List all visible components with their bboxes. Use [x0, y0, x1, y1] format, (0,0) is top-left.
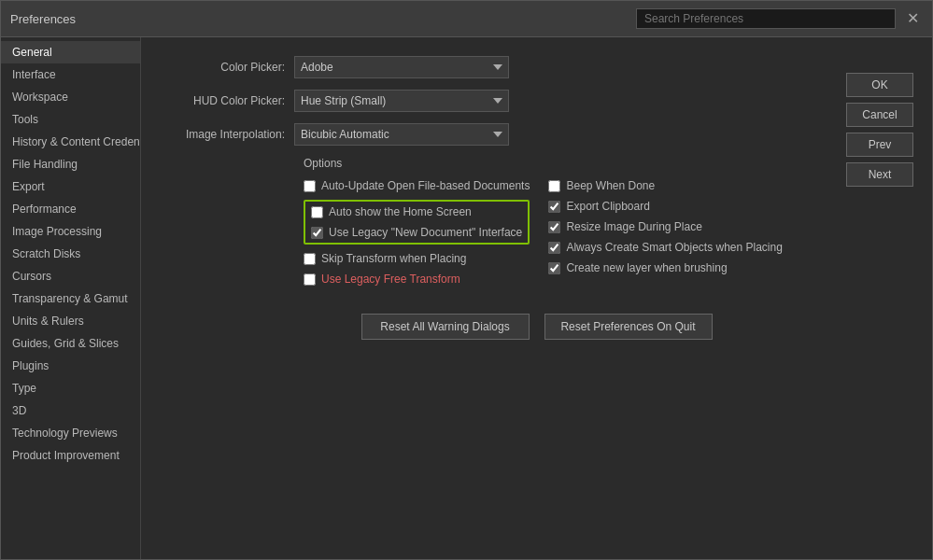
- checkbox-label-auto-update: Auto-Update Open File-based Documents: [321, 179, 530, 192]
- next-button[interactable]: Next: [846, 162, 913, 187]
- titlebar-right: ✕: [636, 8, 923, 29]
- sidebar-item-file-handling[interactable]: File Handling: [1, 153, 140, 175]
- sidebar-item-plugins[interactable]: Plugins: [1, 355, 140, 377]
- checkbox-row-6[interactable]: Beep When Done: [548, 179, 782, 192]
- options-grid: Auto-Update Open File-based Documents Au…: [304, 179, 910, 286]
- checkbox-home-screen[interactable]: [311, 206, 323, 218]
- checkbox-export-clipboard[interactable]: [548, 201, 560, 213]
- hud-color-picker-row: HUD Color Picker: Hue Strip (Small): [163, 90, 910, 112]
- sidebar-item-performance[interactable]: Performance: [1, 198, 140, 220]
- checkbox-row-1[interactable]: Auto-Update Open File-based Documents: [304, 179, 530, 192]
- checkbox-skip-transform[interactable]: [304, 253, 316, 265]
- checkbox-resize-image[interactable]: [548, 221, 560, 233]
- options-section: Options Auto-Update Open File-based Docu…: [163, 157, 910, 286]
- sidebar: GeneralInterfaceWorkspaceToolsHistory & …: [1, 37, 141, 559]
- sidebar-item-workspace[interactable]: Workspace: [1, 86, 140, 108]
- checkbox-auto-update[interactable]: [304, 180, 316, 192]
- checkbox-label-new-layer-brushing: Create new layer when brushing: [566, 261, 727, 274]
- sidebar-item-type[interactable]: Type: [1, 377, 140, 399]
- preferences-window: Preferences ✕ GeneralInterfaceWorkspaceT…: [0, 0, 933, 560]
- checkbox-label-skip-transform: Skip Transform when Placing: [321, 252, 466, 265]
- hud-color-picker-select[interactable]: Hue Strip (Small): [294, 90, 509, 112]
- hud-color-picker-label: HUD Color Picker:: [163, 94, 294, 107]
- highlight-box: Auto show the Home Screen Use Legacy "Ne…: [304, 200, 530, 245]
- checkbox-smart-objects[interactable]: [548, 242, 560, 254]
- checkbox-row-3[interactable]: Use Legacy "New Document" Interface: [311, 226, 522, 239]
- action-buttons: OK Cancel Prev Next: [846, 73, 913, 187]
- close-button[interactable]: ✕: [903, 11, 923, 26]
- sidebar-item-transparency---gamut[interactable]: Transparency & Gamut: [1, 287, 140, 310]
- checkbox-row-8[interactable]: Resize Image During Place: [548, 220, 782, 233]
- checkbox-new-layer-brushing[interactable]: [548, 262, 560, 274]
- checkbox-legacy-free-transform[interactable]: [304, 273, 316, 286]
- sidebar-item-units---rulers[interactable]: Units & Rulers: [1, 310, 140, 332]
- checkbox-label-legacy-new-doc: Use Legacy "New Document" Interface: [329, 226, 522, 239]
- options-col-left: Auto-Update Open File-based Documents Au…: [304, 179, 530, 286]
- reset-warnings-button[interactable]: Reset All Warning Dialogs: [361, 314, 530, 340]
- reset-prefs-button[interactable]: Reset Preferences On Quit: [544, 314, 713, 340]
- checkbox-row-5[interactable]: Use Legacy Free Transform: [304, 273, 530, 286]
- options-title: Options: [304, 157, 910, 170]
- image-interpolation-select[interactable]: Bicubic Automatic: [294, 123, 509, 146]
- cancel-button[interactable]: Cancel: [846, 103, 913, 127]
- sidebar-item-technology-previews[interactable]: Technology Previews: [1, 422, 140, 444]
- checkbox-row-7[interactable]: Export Clipboard: [548, 200, 782, 213]
- sidebar-item-general[interactable]: General: [1, 41, 140, 63]
- image-interpolation-row: Image Interpolation: Bicubic Automatic: [163, 123, 910, 146]
- color-picker-row: Color Picker: Adobe: [163, 56, 910, 78]
- checkbox-beep-when-done[interactable]: [548, 180, 560, 192]
- checkbox-row-2[interactable]: Auto show the Home Screen: [311, 205, 522, 218]
- sidebar-item-tools[interactable]: Tools: [1, 108, 140, 131]
- sidebar-item-history---content-credentials[interactable]: History & Content Credentials: [1, 131, 140, 153]
- buttons-row: Reset All Warning Dialogs Reset Preferen…: [163, 314, 910, 340]
- checkbox-row-9[interactable]: Always Create Smart Objects when Placing: [548, 241, 782, 254]
- ok-button[interactable]: OK: [846, 73, 913, 97]
- window-body: GeneralInterfaceWorkspaceToolsHistory & …: [1, 37, 932, 559]
- sidebar-item-product-improvement[interactable]: Product Improvement: [1, 444, 140, 467]
- search-input[interactable]: [636, 8, 896, 29]
- sidebar-item-image-processing[interactable]: Image Processing: [1, 220, 140, 243]
- sidebar-item-interface[interactable]: Interface: [1, 63, 140, 86]
- image-interpolation-label: Image Interpolation:: [163, 128, 294, 141]
- prev-button[interactable]: Prev: [846, 133, 913, 157]
- main-content: Color Picker: Adobe HUD Color Picker: Hu…: [141, 37, 932, 559]
- sidebar-item-export[interactable]: Export: [1, 175, 140, 198]
- checkbox-row-10[interactable]: Create new layer when brushing: [548, 261, 782, 274]
- checkbox-label-export-clipboard: Export Clipboard: [566, 200, 649, 213]
- sidebar-item-guides--grid---slices[interactable]: Guides, Grid & Slices: [1, 332, 140, 355]
- options-col-right: Beep When Done Export Clipboard Resize I…: [548, 179, 782, 286]
- checkbox-label-legacy-free-transform: Use Legacy Free Transform: [321, 273, 460, 286]
- checkbox-label-beep-when-done: Beep When Done: [566, 179, 655, 192]
- sidebar-item-scratch-disks[interactable]: Scratch Disks: [1, 243, 140, 265]
- checkbox-label-resize-image: Resize Image During Place: [566, 220, 701, 233]
- titlebar: Preferences ✕: [1, 1, 932, 37]
- checkbox-label-smart-objects: Always Create Smart Objects when Placing: [566, 241, 782, 254]
- checkbox-label-home-screen: Auto show the Home Screen: [329, 205, 472, 218]
- sidebar-item-3d[interactable]: 3D: [1, 399, 140, 422]
- window-title: Preferences: [10, 12, 76, 26]
- sidebar-item-cursors[interactable]: Cursors: [1, 265, 140, 287]
- checkbox-row-4[interactable]: Skip Transform when Placing: [304, 252, 530, 265]
- color-picker-label: Color Picker:: [163, 61, 294, 74]
- checkbox-legacy-new-doc[interactable]: [311, 227, 323, 239]
- color-picker-select[interactable]: Adobe: [294, 56, 509, 78]
